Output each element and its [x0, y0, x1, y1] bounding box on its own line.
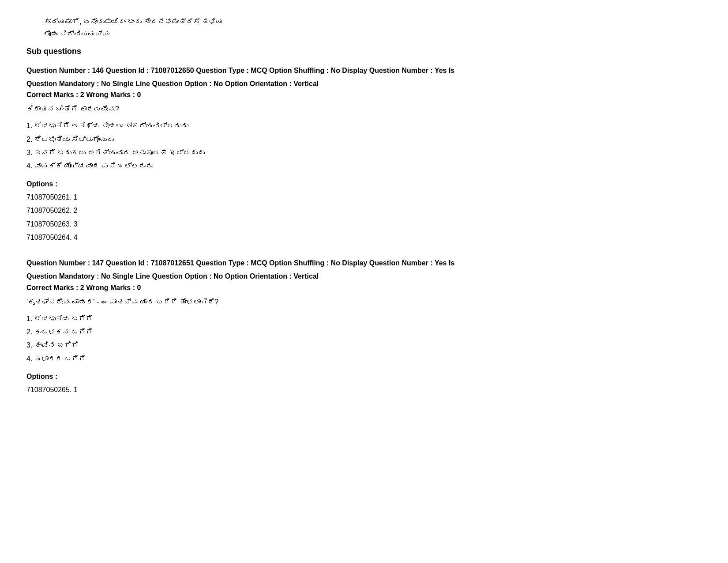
question-146-meta-line2: Question Mandatory : No Single Line Ques… [26, 78, 702, 90]
question-146-marks: Correct Marks : 2 Wrong Marks : 0 [26, 91, 702, 99]
choice-147-2: 2. ಕಂಬಳಕನ ಬಗೆಗೆ [26, 325, 702, 339]
question-146-text: ಕಿರಾತನ ಚಿಂತೆಗೆ ಕಾರಣವೇನು? [26, 105, 702, 113]
question-146-option-ids: 71087050261. 1 71087050262. 2 7108705026… [26, 191, 702, 245]
intro-line2: ಲೋಡಂ ನಿರ್ವಿಷಮಪ್ಪಂ [44, 30, 702, 38]
question-147-text: 'ಕೃತಘ್ನರೇನಂ ಮಾಡರ' - ಈ ಮಾತನ್ನು ಯಾರ ಬಗೆಗೆ … [26, 298, 702, 306]
option-id-146-3: 71087050263. 3 [26, 218, 702, 231]
question-147-meta-line1: Question Number : 147 Question Id : 7108… [26, 257, 702, 269]
sub-questions-heading: Sub questions [26, 47, 702, 56]
question-146-meta-line1: Question Number : 146 Question Id : 7108… [26, 65, 702, 76]
question-147-choices: 1. ಶಿವಭೂತಿಯ ಬಗೆಗೆ 2. ಕಂಬಳಕನ ಬಗೆಗೆ 3. ಹಾವ… [26, 312, 702, 366]
choice-147-4: 4. ತಳಾರರ ಬಗೆಗೆ [26, 352, 702, 366]
question-146-options-label: Options : [26, 180, 702, 188]
choice-147-1: 1. ಶಿವಭೂತಿಯ ಬಗೆಗೆ [26, 312, 702, 325]
option-id-146-4: 71087050264. 4 [26, 231, 702, 244]
option-id-146-2: 71087050262. 2 [26, 204, 702, 217]
section-heading-label: Sub questions [26, 47, 702, 56]
choice-146-4: 4. ವಾಸಕ್ಕೆ ಯೋಗ್ಯವಾದ ಮನೆ ಇಲ್ಲದುದು [26, 159, 702, 173]
question-147-option-ids: 71087050265. 1 [26, 383, 702, 397]
question-block-147: Question Number : 147 Question Id : 7108… [26, 257, 702, 397]
question-block-146: Question Number : 146 Question Id : 7108… [26, 65, 702, 244]
question-147-meta-line2: Question Mandatory : No Single Line Ques… [26, 271, 702, 282]
choice-146-3: 3. ತನಗೆ ಬದುಕಲು ಅಗತ್ಯವಾದ ಅನುಕೂಲತೆ ಇಲ್ಲದುದ… [26, 146, 702, 159]
question-146-choices: 1. ಶಿವಭೂತಿಗೆ ಆತಿಥ್ಯ ನೀಡಲು ಸೌಕರ್ಯವಿಲ್ಲದುದ… [26, 119, 702, 173]
question-147-options-label: Options : [26, 373, 702, 381]
choice-147-3: 3. ಹಾವಿನ ಬಗೆಗೆ [26, 339, 702, 352]
choice-146-2: 2. ಶಿವಭೂತಿಯು ಸಿಟ್ಟುಗೊಂಡುದು [26, 133, 702, 146]
question-147-marks: Correct Marks : 2 Wrong Marks : 0 [26, 284, 702, 292]
choice-146-1: 1. ಶಿವಭೂತಿಗೆ ಆತಿಥ್ಯ ನೀಡಲು ಸೌಕರ್ಯವಿಲ್ಲದುದ… [26, 119, 702, 132]
option-id-147-1: 71087050265. 1 [26, 383, 702, 397]
intro-line1: ಸಾಧ್ಯಮಾಗಿ, ಏನೊಂದುಪಾಯಿದಂ ಬಂದು ಸೀರನಭಮಂತ್ರಿ… [44, 18, 702, 26]
option-id-146-1: 71087050261. 1 [26, 191, 702, 204]
intro-section: ಸಾಧ್ಯಮಾಗಿ, ಏನೊಂದುಪಾಯಿದಂ ಬಂದು ಸೀರನಭಮಂತ್ರಿ… [26, 18, 702, 38]
